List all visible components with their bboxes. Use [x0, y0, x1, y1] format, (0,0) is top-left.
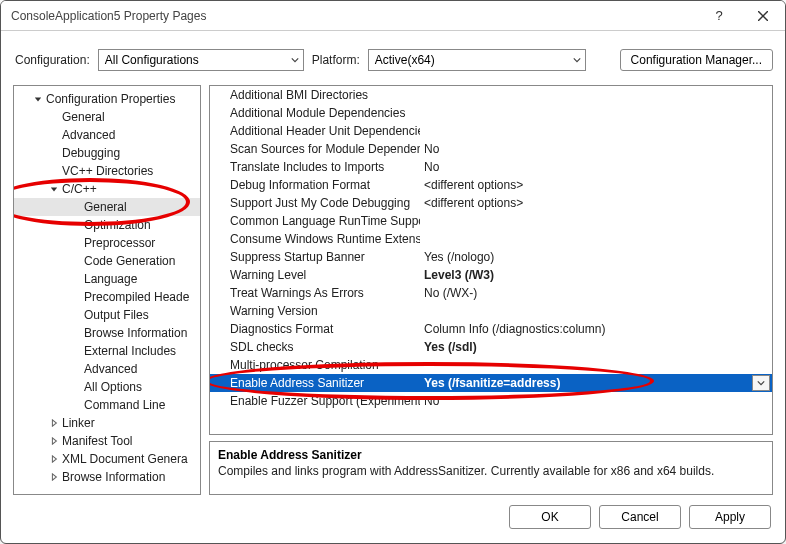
property-name: Translate Includes to Imports [210, 160, 420, 174]
property-dropdown-button[interactable] [752, 375, 770, 391]
property-value: Column Info (/diagnostics:column) [420, 322, 772, 336]
property-row[interactable]: Consume Windows Runtime Extension [210, 230, 772, 248]
tree-item[interactable]: Advanced [14, 126, 200, 144]
property-name: SDL checks [210, 340, 420, 354]
property-row[interactable]: Translate Includes to ImportsNo [210, 158, 772, 176]
tree-expand-icon[interactable] [48, 437, 60, 445]
property-row[interactable]: Diagnostics FormatColumn Info (/diagnost… [210, 320, 772, 338]
apply-button[interactable]: Apply [689, 505, 771, 529]
property-row[interactable]: Multi-processor Compilation [210, 356, 772, 374]
tree-item[interactable]: Preprocessor [14, 234, 200, 252]
tree-item[interactable]: General [14, 198, 200, 216]
property-name: Treat Warnings As Errors [210, 286, 420, 300]
property-value: Yes (/nologo) [420, 250, 772, 264]
tree-item[interactable]: Advanced [14, 360, 200, 378]
window-title: ConsoleApplication5 Property Pages [11, 9, 697, 23]
property-row[interactable]: SDL checksYes (/sdl) [210, 338, 772, 356]
description-panel: Enable Address Sanitizer Compiles and li… [209, 441, 773, 495]
property-pages-dialog: ConsoleApplication5 Property Pages ? Con… [0, 0, 786, 544]
tree-item-label: Linker [62, 416, 95, 430]
property-row[interactable]: Warning Version [210, 302, 772, 320]
tree-item[interactable]: Browse Information [14, 468, 200, 486]
property-name: Additional BMI Directories [210, 88, 420, 102]
chevron-down-icon [291, 53, 299, 67]
property-name: Enable Fuzzer Support (Experimental) [210, 394, 420, 408]
property-value: No [420, 142, 772, 156]
tree-item-label: Code Generation [84, 254, 175, 268]
tree-expand-icon[interactable] [48, 473, 60, 481]
close-button[interactable] [741, 1, 785, 31]
property-row[interactable]: Additional Header Unit Dependencies [210, 122, 772, 140]
property-row[interactable]: Debug Information Format<different optio… [210, 176, 772, 194]
ok-button[interactable]: OK [509, 505, 591, 529]
property-row[interactable]: Warning LevelLevel3 (/W3) [210, 266, 772, 284]
chevron-down-icon [757, 376, 765, 390]
tree-item-label: General [62, 110, 105, 124]
help-button[interactable]: ? [697, 1, 741, 31]
property-name: Multi-processor Compilation [210, 358, 420, 372]
tree-item[interactable]: External Includes [14, 342, 200, 360]
tree-item-label: Configuration Properties [46, 92, 175, 106]
tree-item[interactable]: Optimization [14, 216, 200, 234]
property-row[interactable]: Additional BMI Directories [210, 86, 772, 104]
property-name: Warning Level [210, 268, 420, 282]
tree-item-label: Output Files [84, 308, 149, 322]
configuration-combo[interactable]: All Configurations [98, 49, 304, 71]
tree-item[interactable]: Command Line [14, 396, 200, 414]
tree-item[interactable]: All Options [14, 378, 200, 396]
tree-item[interactable]: VC++ Directories [14, 162, 200, 180]
tree-item[interactable]: Code Generation [14, 252, 200, 270]
configuration-value: All Configurations [105, 53, 285, 67]
tree-item-label: All Options [84, 380, 142, 394]
config-toolbar: Configuration: All Configurations Platfo… [1, 31, 785, 85]
tree-item[interactable]: Precompiled Heade [14, 288, 200, 306]
property-row[interactable]: Treat Warnings As ErrorsNo (/WX-) [210, 284, 772, 302]
configuration-manager-button[interactable]: Configuration Manager... [620, 49, 773, 71]
tree-item-label: C/C++ [62, 182, 97, 196]
platform-combo[interactable]: Active(x64) [368, 49, 586, 71]
property-tree[interactable]: Configuration PropertiesGeneralAdvancedD… [14, 86, 200, 490]
tree-item-label: Optimization [84, 218, 151, 232]
tree-item-label: Browse Information [62, 470, 165, 484]
tree-item[interactable]: Browse Information [14, 324, 200, 342]
tree-item[interactable]: XML Document Genera [14, 450, 200, 468]
property-name: Common Language RunTime Support [210, 214, 420, 228]
property-value: <different options> [420, 178, 772, 192]
property-name: Warning Version [210, 304, 420, 318]
tree-item-label: Preprocessor [84, 236, 155, 250]
tree-item[interactable]: C/C++ [14, 180, 200, 198]
titlebar: ConsoleApplication5 Property Pages ? [1, 1, 785, 31]
dialog-body: Configuration PropertiesGeneralAdvancedD… [1, 85, 785, 495]
description-title: Enable Address Sanitizer [218, 448, 764, 462]
tree-collapse-icon[interactable] [32, 95, 44, 103]
chevron-down-icon [573, 53, 581, 67]
tree-expand-icon[interactable] [48, 419, 60, 427]
property-row[interactable]: Support Just My Code Debugging<different… [210, 194, 772, 212]
property-row[interactable]: Enable Fuzzer Support (Experimental)No [210, 392, 772, 410]
tree-item[interactable]: Manifest Tool [14, 432, 200, 450]
tree-item-label: Advanced [84, 362, 137, 376]
property-row[interactable]: Scan Sources for Module DependenciesNo [210, 140, 772, 158]
platform-value: Active(x64) [375, 53, 567, 67]
property-row[interactable]: Additional Module Dependencies [210, 104, 772, 122]
property-row[interactable]: Common Language RunTime Support [210, 212, 772, 230]
property-name: Diagnostics Format [210, 322, 420, 336]
property-grid[interactable]: Additional BMI DirectoriesAdditional Mod… [209, 85, 773, 435]
property-value: Yes (/fsanitize=address) [420, 376, 752, 390]
tree-expand-icon[interactable] [48, 455, 60, 463]
tree-item[interactable]: Linker [14, 414, 200, 432]
tree-pane: Configuration PropertiesGeneralAdvancedD… [13, 85, 201, 495]
tree-item-label: Command Line [84, 398, 165, 412]
tree-item[interactable]: Configuration Properties [14, 90, 200, 108]
tree-item[interactable]: General [14, 108, 200, 126]
tree-collapse-icon[interactable] [48, 185, 60, 193]
tree-item[interactable]: Debugging [14, 144, 200, 162]
tree-item[interactable]: Language [14, 270, 200, 288]
tree-item[interactable]: Output Files [14, 306, 200, 324]
property-value: Yes (/sdl) [420, 340, 772, 354]
cancel-button[interactable]: Cancel [599, 505, 681, 529]
tree-item-label: Language [84, 272, 137, 286]
property-row[interactable]: Enable Address SanitizerYes (/fsanitize=… [210, 374, 772, 392]
property-value: No (/WX-) [420, 286, 772, 300]
property-row[interactable]: Suppress Startup BannerYes (/nologo) [210, 248, 772, 266]
